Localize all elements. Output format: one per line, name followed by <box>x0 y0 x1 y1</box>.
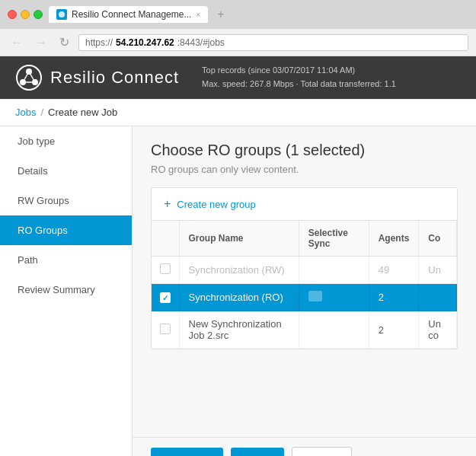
breadcrumb-current: Create new Job <box>48 107 117 118</box>
tab-title: Resilio Connect Manageme... <box>72 9 191 20</box>
maximize-dot[interactable] <box>34 10 43 19</box>
col-selective-sync: Selective Sync <box>299 221 369 257</box>
address-prefix: https:// <box>85 37 113 48</box>
address-bar[interactable]: https://54.210.247.62:8443/#jobs <box>78 34 468 51</box>
sidebar-item-path[interactable]: Path <box>0 245 132 275</box>
breadcrumb-separator: / <box>40 107 43 118</box>
resilio-logo-icon <box>15 64 43 91</box>
svg-line-6 <box>29 72 35 82</box>
row-selective-sync <box>299 257 369 284</box>
next-button[interactable]: Next › <box>231 448 285 456</box>
back-button[interactable]: ← <box>8 34 26 51</box>
svg-line-5 <box>23 72 29 82</box>
table-row: New Synchronization Job 2.src 2 Un co <box>152 311 457 349</box>
row-checkbox-cell-3[interactable] <box>152 311 179 349</box>
previous-button[interactable]: ‹ Previous <box>151 448 223 456</box>
row-agents-selected: 2 <box>369 284 419 311</box>
row-agents: 49 <box>369 257 419 284</box>
col-checkbox <box>152 221 179 257</box>
stats-line2: Max. speed: 267.8 Mbps · Total data tran… <box>202 78 396 91</box>
row-group-name-3: New Synchronization Job 2.src <box>179 311 299 349</box>
app-logo: Resilio Connect <box>15 64 179 91</box>
cancel-button[interactable]: Cancel <box>292 447 351 456</box>
page-subtitle: RO groups can only view content. <box>151 164 458 175</box>
table-header-row: Group Name Selective Sync Agents Co <box>152 221 457 257</box>
row-selective-sync-selected <box>299 284 369 311</box>
groups-panel: + Create new group Group Name Selective … <box>151 187 458 349</box>
col-agents: Agents <box>369 221 419 257</box>
tab-close-button[interactable]: × <box>196 11 200 19</box>
tab-icon <box>56 9 67 20</box>
address-host: 54.210.247.62 <box>116 37 174 48</box>
address-rest: :8443/#jobs <box>177 37 225 48</box>
page-title: Choose RO groups (1 selected) <box>151 142 458 159</box>
row-checkbox-3[interactable] <box>160 324 171 334</box>
row-group-name-selected: Synchronization (RO) <box>179 284 299 311</box>
window-controls <box>8 10 43 19</box>
row-selective-sync-3 <box>299 311 369 349</box>
plus-icon: + <box>164 197 171 211</box>
stats-line1: Top records (since 03/07/2017 11:04 AM) <box>202 64 396 78</box>
col-co: Co <box>419 221 457 257</box>
row-checkbox[interactable] <box>160 263 171 274</box>
table-row: Synchronization (RW) 49 Un <box>152 257 457 284</box>
table-row-selected: Synchronization (RO) 2 <box>152 284 457 311</box>
row-col4-3: Un co <box>419 311 457 349</box>
content-footer: ‹ Previous Next › Cancel <box>133 437 476 456</box>
create-group-row[interactable]: + Create new group <box>152 188 457 221</box>
row-checkbox-checked[interactable] <box>160 292 171 303</box>
sidebar-item-job-type[interactable]: Job type <box>0 126 132 156</box>
sidebar-item-details[interactable]: Details <box>0 156 132 186</box>
content-area: Choose RO groups (1 selected) RO groups … <box>133 126 476 456</box>
browser-titlebar: Resilio Connect Manageme... × + <box>0 0 476 29</box>
svg-point-0 <box>59 11 65 18</box>
breadcrumb: Jobs / Create new Job <box>0 99 476 126</box>
browser-tab[interactable]: Resilio Connect Manageme... × <box>49 6 208 23</box>
row-agents-3: 2 <box>369 311 419 349</box>
sidebar-item-rw-groups[interactable]: RW Groups <box>0 186 132 215</box>
browser-toolbar: ← → ↻ https://54.210.247.62:8443/#jobs <box>0 29 476 56</box>
main-layout: Job type Details RW Groups RO Groups Pat… <box>0 126 476 456</box>
new-tab-button[interactable]: + <box>217 8 224 21</box>
content-inner: Choose RO groups (1 selected) RO groups … <box>133 126 476 437</box>
col-group-name: Group Name <box>179 221 299 257</box>
row-col4: Un <box>419 257 457 284</box>
reload-button[interactable]: ↻ <box>56 33 72 51</box>
minimize-dot[interactable] <box>21 10 30 19</box>
row-checkbox-cell[interactable] <box>152 257 179 284</box>
close-dot[interactable] <box>8 10 17 19</box>
groups-table: Group Name Selective Sync Agents Co <box>152 221 457 349</box>
breadcrumb-jobs-link[interactable]: Jobs <box>15 107 36 118</box>
sidebar-item-ro-groups[interactable]: RO Groups <box>0 215 132 245</box>
browser-chrome: Resilio Connect Manageme... × + ← → ↻ ht… <box>0 0 476 56</box>
sidebar-item-review-summary[interactable]: Review Summary <box>0 275 132 305</box>
app-header: Resilio Connect Top records (since 03/07… <box>0 56 476 99</box>
row-checkbox-cell-selected[interactable] <box>152 284 179 311</box>
forward-button[interactable]: → <box>32 34 50 51</box>
sync-indicator-selected <box>308 291 322 301</box>
row-group-name: Synchronization (RW) <box>179 257 299 284</box>
header-stats: Top records (since 03/07/2017 11:04 AM) … <box>202 64 396 91</box>
row-col4-selected <box>419 284 457 311</box>
app-name: Resilio Connect <box>50 68 179 88</box>
create-group-label: Create new group <box>177 199 255 210</box>
sidebar: Job type Details RW Groups RO Groups Pat… <box>0 126 133 456</box>
